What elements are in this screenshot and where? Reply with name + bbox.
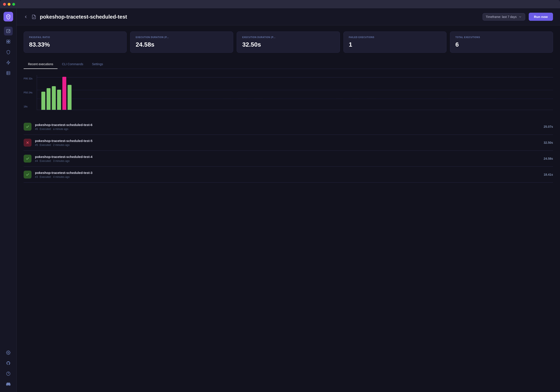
- tab-settings[interactable]: Settings: [88, 60, 107, 69]
- stat-value-failed-exec: 1: [349, 41, 441, 48]
- discord-icon: [6, 382, 10, 386]
- exec-name-6: pokeshop-tracetest-scheduled-test-6: [35, 123, 544, 127]
- tab-recent-executions[interactable]: Recent executions: [24, 60, 58, 69]
- sidebar-item-discord[interactable]: [4, 380, 13, 389]
- chart-label-18s: 18s: [24, 105, 32, 108]
- app-logo[interactable]: [3, 12, 13, 21]
- x-icon-5: [26, 141, 30, 145]
- svg-marker-6: [7, 61, 10, 65]
- sidebar-bottom: [4, 348, 13, 389]
- exec-number-6: #6: [35, 128, 38, 131]
- document-icon: [31, 14, 36, 19]
- exec-name-3: pokeshop-tracetest-scheduled-test-3: [35, 171, 544, 175]
- stat-label-pass-fail: PASS/FAIL RATIO: [29, 36, 121, 39]
- exec-duration-3: 18.41s: [544, 173, 553, 176]
- sidebar-item-test-suites[interactable]: [4, 37, 13, 46]
- test-icon: [6, 29, 10, 33]
- sidebar-item-tests[interactable]: [4, 27, 13, 35]
- stat-card-failed-exec: FAILED EXECUTIONS 1: [343, 31, 447, 53]
- exec-duration-6: 25.07s: [544, 125, 553, 128]
- execution-item-3[interactable]: pokeshop-tracetest-scheduled-test-3 #3 E…: [24, 167, 553, 183]
- stat-label-exec-duration-p95: EXECUTION DURATION (P...: [242, 36, 334, 39]
- page-title: pokeshop-tracetest-scheduled-test: [40, 14, 479, 20]
- test-suite-icon: [6, 39, 10, 44]
- help-icon: [6, 372, 10, 376]
- maximize-button[interactable]: [12, 3, 15, 6]
- stat-card-pass-fail: PASS/FAIL RATIO 83.33%: [24, 31, 127, 53]
- stat-card-exec-duration-p95: EXECUTION DURATION (P... 32.50s: [237, 31, 340, 53]
- exec-status-pass-3: [24, 171, 31, 179]
- exec-number-4: #4: [35, 160, 38, 162]
- exec-time-6: a minute ago: [53, 128, 68, 131]
- chevron-down-icon: [519, 15, 522, 19]
- back-button[interactable]: [24, 15, 28, 19]
- stat-value-exec-duration-p95: 32.50s: [242, 41, 334, 48]
- github-icon: [6, 361, 10, 365]
- check-icon-6: [26, 125, 30, 129]
- chart-label-p95: P95 32s: [24, 77, 32, 80]
- exec-executed-label-6: Executed:: [40, 128, 51, 131]
- bar-6: [68, 85, 71, 110]
- exec-number-3: #3: [35, 175, 38, 179]
- sidebar-item-gear[interactable]: [4, 348, 13, 357]
- sidebar-item-github[interactable]: [4, 359, 13, 368]
- executions-list: pokeshop-tracetest-scheduled-test-6 #6 E…: [24, 119, 553, 183]
- exec-info-4: pokeshop-tracetest-scheduled-test-4 #4 E…: [35, 155, 544, 162]
- exec-meta-5: #5 Executed: 2 minutes ago: [35, 143, 544, 147]
- tab-cli-commands[interactable]: CLI Commands: [58, 60, 88, 69]
- bar-3: [52, 86, 56, 110]
- execution-item-6[interactable]: pokeshop-tracetest-scheduled-test-6 #6 E…: [24, 119, 553, 135]
- bar-5-fail: [62, 77, 66, 110]
- exec-duration-4: 24.58s: [544, 157, 553, 160]
- sidebar: [0, 8, 17, 392]
- exec-executed-label-3: Executed:: [40, 175, 51, 179]
- bar-2: [47, 88, 50, 110]
- svg-rect-7: [7, 71, 10, 75]
- window-chrome: [0, 0, 560, 8]
- sidebar-item-help[interactable]: [4, 369, 13, 378]
- sidebar-item-assertions[interactable]: [4, 48, 13, 56]
- exec-time-5: 2 minutes ago: [53, 143, 70, 147]
- exec-executed-label-5: Executed:: [40, 143, 51, 147]
- timeframe-label: Timeframe: last 7 days: [486, 15, 517, 19]
- timeframe-dropdown[interactable]: Timeframe: last 7 days: [483, 13, 525, 20]
- table-icon: [6, 71, 10, 75]
- back-arrow-icon: [24, 15, 28, 19]
- exec-status-pass-4: [24, 155, 31, 162]
- stat-label-exec-duration-p50: EXECUTION DURATION (P...: [136, 36, 228, 39]
- stat-value-pass-fail: 83.33%: [29, 41, 121, 48]
- sidebar-item-triggers[interactable]: [4, 58, 13, 67]
- file-icon: [31, 14, 36, 19]
- svg-rect-5: [8, 42, 10, 43]
- app-layout: pokeshop-tracetest-scheduled-test Timefr…: [0, 8, 560, 392]
- exec-status-pass-6: [24, 123, 31, 131]
- exec-meta-6: #6 Executed: a minute ago: [35, 128, 544, 131]
- svg-rect-4: [7, 42, 8, 43]
- exec-info-6: pokeshop-tracetest-scheduled-test-6 #6 E…: [35, 123, 544, 131]
- stat-value-exec-duration-p50: 24.58s: [136, 41, 228, 48]
- stat-card-total-exec: TOTAL EXECUTIONS 6: [450, 31, 553, 53]
- exec-executed-label-4: Executed:: [40, 160, 51, 162]
- exec-name-4: pokeshop-tracetest-scheduled-test-4: [35, 155, 544, 159]
- gear-icon: [6, 351, 10, 355]
- grid-line-18s: [37, 99, 553, 99]
- execution-item-5[interactable]: pokeshop-tracetest-scheduled-test-5 #5 E…: [24, 135, 553, 151]
- check-icon-3: [26, 173, 30, 177]
- exec-number-5: #5: [35, 143, 38, 147]
- stats-grid: PASS/FAIL RATIO 83.33% EXECUTION DURATIO…: [24, 31, 553, 53]
- exec-time-3: 4 minutes ago: [53, 175, 70, 179]
- page-header: pokeshop-tracetest-scheduled-test Timefr…: [17, 8, 560, 25]
- bar-4: [57, 90, 61, 110]
- main-content: pokeshop-tracetest-scheduled-test Timefr…: [17, 8, 560, 392]
- content-area: PASS/FAIL RATIO 83.33% EXECUTION DURATIO…: [17, 25, 560, 392]
- sidebar-item-table[interactable]: [4, 69, 13, 77]
- close-button[interactable]: [3, 3, 6, 6]
- exec-time-4: 3 minutes ago: [53, 160, 70, 162]
- trigger-icon: [6, 60, 10, 65]
- execution-item-4[interactable]: pokeshop-tracetest-scheduled-test-4 #4 E…: [24, 151, 553, 167]
- check-icon-4: [26, 157, 30, 161]
- minimize-button[interactable]: [8, 3, 10, 6]
- logo-icon: [5, 14, 11, 20]
- svg-rect-1: [7, 30, 10, 33]
- run-now-button[interactable]: Run now: [529, 13, 553, 21]
